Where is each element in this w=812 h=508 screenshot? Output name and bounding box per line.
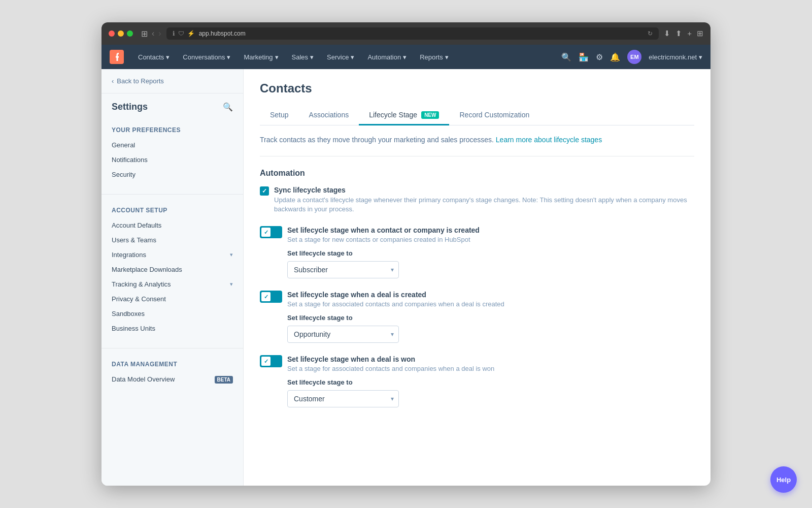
sidebar-item-marketplace-downloads[interactable]: Marketplace Downloads (101, 262, 243, 277)
nav-service[interactable]: Service ▾ (321, 49, 360, 65)
sidebar-section-preferences: Your Preferences General Notifications S… (101, 118, 243, 190)
sidebar-item-users-teams[interactable]: Users & Teams (101, 233, 243, 247)
sync-lifecycle-stages-row: Sync lifecycle stages Update a contact's… (260, 186, 694, 214)
sidebar-item-integrations[interactable]: Integrations ▾ (101, 247, 243, 262)
share-icon[interactable]: ⬆ (675, 29, 682, 38)
stage-dropdown-deal-won[interactable]: Subscriber Lead Marketing Qualified Lead… (287, 390, 399, 407)
sync-label: Sync lifecycle stages (274, 186, 694, 194)
help-button[interactable]: Help (770, 466, 797, 493)
stage-select-deal-created[interactable]: Subscriber Lead Marketing Qualified Lead… (287, 326, 399, 343)
tab-lifecycle-stage[interactable]: Lifecycle Stage NEW (359, 106, 449, 125)
automation-card-deal-created: Set lifecycle stage when a deal is creat… (260, 291, 694, 343)
automation-label-deal-won: Set lifecycle stage when a deal is won (287, 355, 494, 363)
beta-badge: BETA (215, 376, 233, 384)
username: electricmonk.net (649, 53, 697, 61)
reload-icon[interactable]: ↻ (648, 30, 653, 37)
toggle-checkmark-icon (261, 228, 270, 237)
nav-sales[interactable]: Sales ▾ (286, 49, 320, 65)
download-icon[interactable]: ⬇ (664, 29, 670, 38)
automation-desc-deal-created: Set a stage for associated contacts and … (287, 300, 504, 308)
automation-card-deal-won: Set lifecycle stage when a deal is won S… (260, 355, 694, 407)
browser-right-controls: ⬇ ⬆ + ⊞ (664, 29, 703, 38)
hubspot-logo[interactable] (110, 50, 124, 64)
nav-contacts[interactable]: Contacts ▾ (132, 49, 176, 65)
nav-automation[interactable]: Automation ▾ (361, 49, 413, 65)
automation-desc-deal-won: Set a stage for associated contacts and … (287, 365, 494, 372)
notifications-icon[interactable]: 🔔 (610, 52, 620, 62)
page-title: Contacts (260, 81, 694, 96)
extensions-icon[interactable]: ⊞ (697, 29, 703, 38)
maximize-button[interactable] (127, 30, 133, 37)
browser-navigation: ⊞ ‹ › (141, 29, 161, 39)
minimize-button[interactable] (118, 30, 124, 37)
address-bar[interactable]: ℹ 🛡 ⚡ app.hubspot.com ↻ (166, 27, 659, 40)
sidebar-item-business-units[interactable]: Business Units (101, 321, 243, 336)
sidebar-section-account-setup: Account Setup Account Defaults Users & T… (101, 199, 243, 344)
app-body: ‹ Back to Reports Settings 🔍 Your Prefer… (101, 69, 710, 486)
lifecycle-stages-link[interactable]: Learn more about lifecycle stages (496, 136, 602, 144)
tabs: Setup Associations Lifecycle Stage NEW R… (260, 106, 694, 125)
tab-record-customization[interactable]: Record Customization (449, 106, 539, 125)
close-button[interactable] (109, 30, 115, 37)
back-icon[interactable]: ‹ (152, 29, 154, 38)
section-title-data-management: Data Management (101, 361, 243, 372)
new-tab-icon[interactable]: + (687, 29, 692, 38)
sidebar-item-tracking-analytics[interactable]: Tracking & Analytics ▾ (101, 277, 243, 292)
sidebar: ‹ Back to Reports Settings 🔍 Your Prefer… (101, 69, 244, 486)
toggle-contact-created[interactable] (260, 226, 282, 238)
sidebar-toggle-icon[interactable]: ⊞ (141, 29, 148, 39)
sidebar-search-icon[interactable]: 🔍 (223, 102, 233, 112)
back-to-reports-button[interactable]: ‹ Back to Reports (101, 69, 243, 93)
section-title-account-setup: Account Setup (101, 207, 243, 218)
tab-setup[interactable]: Setup (260, 106, 299, 125)
automation-label-contact-created: Set lifecycle stage when a contact or co… (287, 226, 480, 234)
sidebar-item-privacy-consent[interactable]: Privacy & Consent (101, 292, 243, 306)
avatar[interactable]: EM (627, 50, 641, 64)
shield-icon: 🛡 (178, 30, 184, 37)
toggle-deal-created[interactable] (260, 291, 282, 303)
sidebar-item-account-defaults[interactable]: Account Defaults (101, 218, 243, 233)
marketplace-icon[interactable]: 🏪 (579, 52, 589, 62)
nav-right: 🔍 🏪 ⚙ 🔔 EM electricmonk.net ▾ (561, 50, 702, 64)
nav-marketing[interactable]: Marketing ▾ (238, 49, 284, 65)
toggle-deal-won[interactable] (260, 355, 282, 367)
automation-card-contact-created: Set lifecycle stage when a contact or co… (260, 226, 694, 278)
sync-text: Sync lifecycle stages Update a contact's… (274, 186, 694, 214)
stage-dropdown-contact-created[interactable]: Subscriber Lead Marketing Qualified Lead… (287, 261, 399, 278)
chevron-down-icon: ▾ (230, 251, 233, 258)
nav-reports[interactable]: Reports ▾ (414, 49, 455, 65)
chevron-down-icon: ▾ (230, 281, 233, 288)
stage-dropdown-deal-created[interactable]: Subscriber Lead Marketing Qualified Lead… (287, 326, 399, 343)
settings-icon[interactable]: ⚙ (596, 52, 603, 62)
tab-associations[interactable]: Associations (299, 106, 359, 125)
browser-chrome: ⊞ ‹ › ℹ 🛡 ⚡ app.hubspot.com ↻ ⬇ ⬆ + ⊞ (101, 22, 710, 45)
traffic-lights (109, 30, 133, 37)
sidebar-item-security[interactable]: Security (101, 167, 243, 182)
info-icon: ℹ (173, 30, 175, 37)
back-chevron-icon: ‹ (112, 77, 114, 85)
stage-select-deal-won[interactable]: Subscriber Lead Marketing Qualified Lead… (287, 390, 399, 407)
sync-checkbox[interactable] (260, 186, 269, 196)
section-title-preferences: Your Preferences (101, 126, 243, 138)
stage-select-contact-created[interactable]: Subscriber Lead Marketing Qualified Lead… (287, 261, 399, 278)
sidebar-item-notifications[interactable]: Notifications (101, 152, 243, 167)
sidebar-item-general[interactable]: General (101, 138, 243, 152)
nav-conversations[interactable]: Conversations ▾ (177, 49, 236, 65)
automation-section-title: Automation (260, 169, 694, 178)
automation-label-deal-created: Set lifecycle stage when a deal is creat… (287, 291, 504, 299)
toggle-checkmark-icon (261, 292, 270, 301)
lock-icon: ⚡ (187, 30, 195, 37)
search-icon[interactable]: 🔍 (561, 52, 571, 62)
sync-description: Update a contact's lifecycle stage whene… (274, 196, 694, 214)
stage-label-deal-won: Set lifecycle stage to (287, 378, 694, 386)
user-menu[interactable]: electricmonk.net ▾ (649, 53, 702, 61)
sidebar-item-data-model[interactable]: Data Model Overview BETA (101, 372, 243, 388)
stage-label-contact-created: Set lifecycle stage to (287, 249, 694, 257)
sidebar-item-sandboxes[interactable]: Sandboxes (101, 306, 243, 321)
new-badge: NEW (421, 111, 439, 119)
main-content: Contacts Setup Associations Lifecycle St… (244, 69, 710, 486)
nav-items: Contacts ▾ Conversations ▾ Marketing ▾ S… (132, 49, 561, 65)
settings-header: Settings 🔍 (101, 102, 243, 118)
sidebar-section-data-management: Data Management Data Model Overview BETA (101, 353, 243, 396)
forward-icon[interactable]: › (158, 29, 161, 38)
